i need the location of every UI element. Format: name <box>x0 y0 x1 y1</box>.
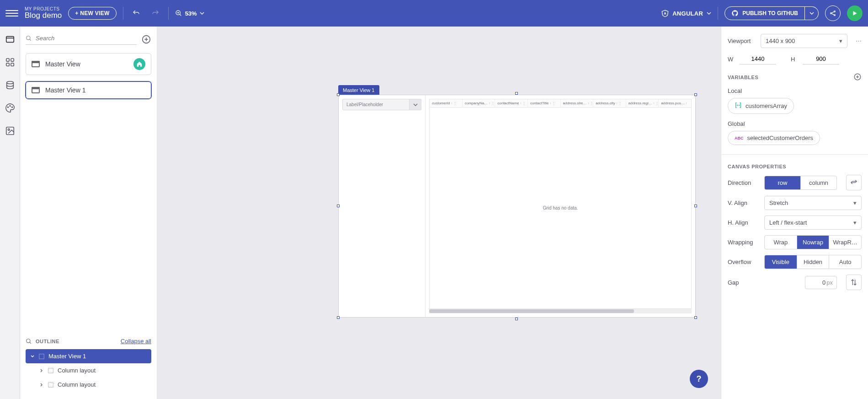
height-label: H <box>791 56 797 63</box>
resize-handle[interactable] <box>337 316 340 319</box>
divider <box>123 7 123 20</box>
tree-label: Column layout <box>58 381 96 388</box>
search-field[interactable] <box>36 35 137 42</box>
chevron-down-icon: ▾ <box>839 38 842 44</box>
svg-point-35 <box>739 105 739 105</box>
local-variable-chip[interactable]: customersArray <box>728 98 794 114</box>
tree-child[interactable]: Column layout <box>26 377 151 392</box>
resize-handle[interactable] <box>694 93 697 96</box>
wrapr-option[interactable]: WrapR… <box>829 236 861 249</box>
resize-handle[interactable] <box>337 205 340 207</box>
combo-input[interactable]: Label/Placeholder <box>342 99 410 110</box>
more-icon[interactable]: ⋯ <box>856 38 862 44</box>
svg-point-26 <box>27 339 30 342</box>
layout-icon <box>38 353 45 360</box>
direction-label: Direction <box>728 179 759 186</box>
add-variable-button[interactable] <box>853 73 862 82</box>
array-icon <box>735 102 742 110</box>
views-tool-icon[interactable] <box>4 33 16 46</box>
add-view-button[interactable] <box>141 34 151 44</box>
svg-point-17 <box>10 106 11 107</box>
design-frame[interactable]: Label/Placeholder customerId↑⋮ companyNa… <box>338 95 696 318</box>
menu-button[interactable] <box>5 7 18 20</box>
svg-point-21 <box>27 36 30 39</box>
publish-dropdown[interactable] <box>805 6 819 20</box>
svg-rect-13 <box>6 63 9 66</box>
svg-rect-30 <box>48 382 53 387</box>
viewport-label: Viewport <box>728 38 755 44</box>
share-button[interactable] <box>825 5 841 21</box>
canvas[interactable]: Master View 1 Label/Placeholder customer… <box>157 27 721 399</box>
nowrap-option[interactable]: Nowrap <box>797 236 830 249</box>
zoom-control[interactable]: 53% <box>175 10 204 17</box>
resize-handle[interactable] <box>694 205 697 207</box>
grid-scrollbar[interactable] <box>429 309 692 313</box>
wrap-option[interactable]: Wrap <box>765 236 797 249</box>
search-input[interactable] <box>26 34 137 45</box>
combo-dropdown[interactable] <box>410 99 421 110</box>
svg-point-20 <box>8 129 10 130</box>
svg-line-8 <box>831 14 834 15</box>
variable-name: customersArray <box>746 102 787 109</box>
collapse-all-link[interactable]: Collapse all <box>121 338 151 345</box>
undo-button[interactable] <box>130 7 143 20</box>
resize-handle[interactable] <box>515 92 518 95</box>
global-variable-chip[interactable]: ABC selectedCustomerOrders <box>728 131 820 145</box>
viewport-value: 1440 x 900 <box>766 38 795 44</box>
project-name: Blog demo <box>25 11 62 20</box>
direction-column[interactable]: column <box>801 176 836 189</box>
framework-selector[interactable]: ANGULAR <box>661 10 711 17</box>
halign-select[interactable]: Left / flex-start▾ <box>764 216 862 230</box>
new-view-button[interactable]: + NEW VIEW <box>68 7 116 20</box>
svg-point-4 <box>831 13 832 14</box>
width-input[interactable] <box>740 54 776 65</box>
view-label: Master View 1 <box>45 86 85 94</box>
viewport-select[interactable]: 1440 x 900 ▾ <box>761 34 847 48</box>
left-panel: Master View Master View 1 OUTLINE Collap… <box>20 27 157 399</box>
frame-title[interactable]: Master View 1 <box>338 85 379 95</box>
data-tool-icon[interactable] <box>4 79 16 92</box>
canvas-props-heading: CANVAS PROPERTIES <box>728 164 786 169</box>
layout-icon <box>48 367 54 374</box>
view-item-master-1[interactable]: Master View 1 <box>26 81 151 99</box>
svg-point-6 <box>834 15 836 16</box>
direction-row[interactable]: row <box>765 176 801 189</box>
preview-button[interactable] <box>847 5 863 21</box>
resize-handle[interactable] <box>337 93 340 96</box>
overflow-hidden[interactable]: Hidden <box>797 255 830 269</box>
assets-tool-icon[interactable] <box>4 124 16 137</box>
gap-options-button[interactable] <box>846 275 862 290</box>
divider <box>168 7 169 20</box>
swap-direction-button[interactable] <box>846 175 862 190</box>
svg-point-15 <box>6 81 13 84</box>
overflow-label: Overflow <box>728 259 759 265</box>
resize-handle[interactable] <box>694 316 697 319</box>
svg-point-18 <box>11 107 12 108</box>
grid-header[interactable]: customerId↑⋮ companyNa…↑⋮ contactName↑⋮ … <box>429 99 692 108</box>
home-badge-icon <box>133 58 145 70</box>
help-button[interactable]: ? <box>690 370 708 388</box>
overflow-visible[interactable]: Visible <box>765 255 797 269</box>
string-icon: ABC <box>735 136 744 140</box>
redo-button[interactable] <box>149 7 162 20</box>
valign-select[interactable]: Stretch▾ <box>764 196 862 210</box>
height-input[interactable] <box>803 54 839 65</box>
divider <box>721 154 868 155</box>
tree-root[interactable]: Master View 1 <box>26 349 151 363</box>
publish-button[interactable]: PUBLISH TO GITHUB <box>724 6 805 20</box>
view-item-master[interactable]: Master View <box>26 53 151 75</box>
variables-heading: VARIABLES <box>728 75 758 80</box>
wrapping-label: Wrapping <box>728 239 759 246</box>
svg-line-1 <box>180 14 181 16</box>
svg-line-7 <box>831 12 834 13</box>
components-tool-icon[interactable] <box>4 56 16 69</box>
overflow-auto[interactable]: Auto <box>829 255 861 269</box>
resize-handle[interactable] <box>515 318 518 320</box>
tree-label: Column layout <box>58 367 96 374</box>
project-header: MY PROJECTS Blog demo <box>25 6 62 20</box>
tree-child[interactable]: Column layout <box>26 363 151 377</box>
projects-label: MY PROJECTS <box>25 6 62 11</box>
theme-tool-icon[interactable] <box>4 102 16 114</box>
width-label: W <box>728 56 734 63</box>
gap-input[interactable]: 0px <box>805 276 837 289</box>
